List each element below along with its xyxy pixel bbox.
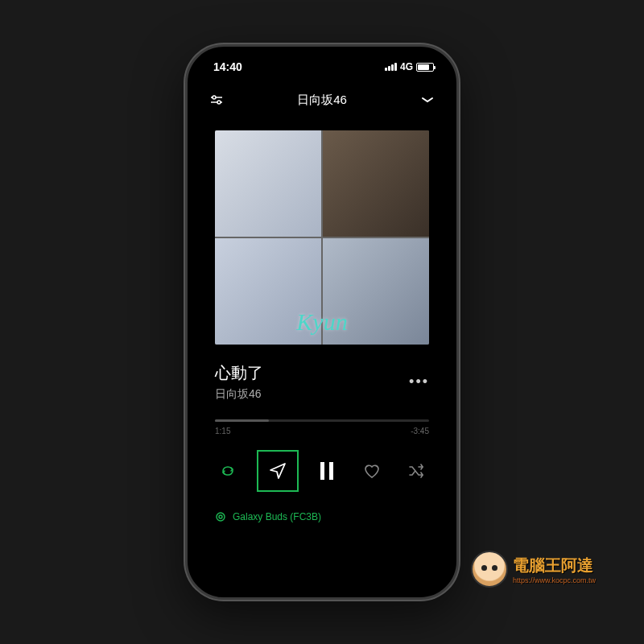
- more-button[interactable]: •••: [409, 374, 429, 390]
- pause-button[interactable]: [311, 455, 343, 487]
- device-name: Galaxy Buds (FC3B): [233, 511, 321, 522]
- shuffle-button[interactable]: [400, 455, 432, 487]
- track-artist: 日向坂46: [215, 387, 263, 402]
- status-right: 4G: [385, 61, 434, 72]
- svg-rect-4: [320, 462, 324, 480]
- svg-point-6: [217, 513, 225, 521]
- settings-icon[interactable]: [207, 90, 226, 109]
- phone-frame: 14:40 4G 日向坂46 Kyun: [185, 44, 459, 600]
- time-remaining: -3:45: [411, 427, 429, 436]
- share-button[interactable]: [257, 450, 299, 492]
- screen: 14:40 4G 日向坂46 Kyun: [191, 50, 453, 594]
- watermark-avatar: [471, 551, 508, 588]
- network-label: 4G: [400, 61, 413, 72]
- audio-device-row[interactable]: Galaxy Buds (FC3B): [215, 511, 429, 522]
- svg-point-3: [217, 101, 221, 104]
- notch: [254, 47, 390, 69]
- volume-down-button: [185, 230, 188, 269]
- watermark-url: https://www.kocpc.com.tw: [513, 576, 596, 584]
- track-info: 心動了 日向坂46 •••: [215, 362, 429, 402]
- svg-rect-5: [329, 462, 333, 480]
- svg-point-7: [219, 515, 222, 518]
- svg-point-1: [213, 96, 216, 99]
- album-art[interactable]: Kyun: [215, 130, 429, 345]
- status-time: 14:40: [213, 60, 242, 73]
- collapse-icon[interactable]: [418, 90, 437, 109]
- watermark: 電腦王阿達 https://www.kocpc.com.tw: [471, 551, 596, 588]
- battery-icon: [416, 63, 434, 72]
- cast-icon: [215, 511, 226, 522]
- power-button: [456, 192, 459, 254]
- repeat-button[interactable]: [212, 455, 244, 487]
- progress-fill: [215, 419, 269, 422]
- playback-controls: [212, 450, 432, 492]
- nav-title: 日向坂46: [297, 93, 347, 108]
- volume-up-button: [185, 184, 188, 222]
- progress-bar[interactable]: 1:15 -3:45: [215, 419, 429, 436]
- like-button[interactable]: [356, 455, 388, 487]
- mute-switch: [185, 143, 188, 166]
- track-title: 心動了: [215, 362, 263, 384]
- nav-bar: 日向坂46: [191, 84, 453, 116]
- watermark-title: 電腦王阿達: [513, 556, 593, 574]
- time-elapsed: 1:15: [215, 427, 230, 436]
